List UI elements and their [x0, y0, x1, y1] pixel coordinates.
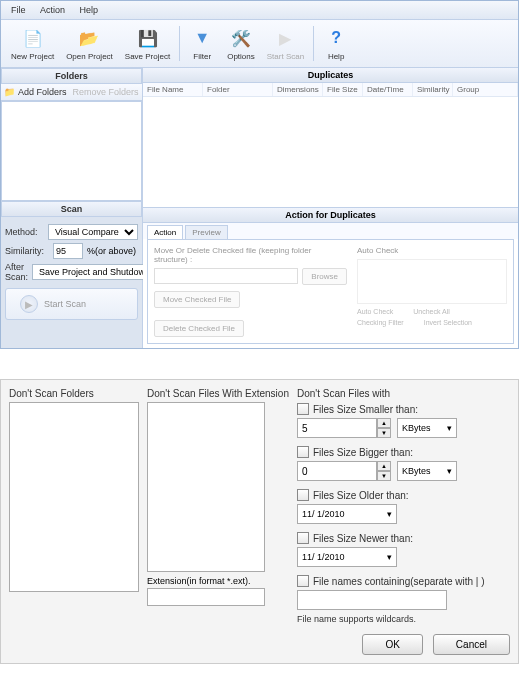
toolbar: 📄New Project 📂Open Project 💾Save Project… — [1, 20, 518, 68]
smaller-unit-select[interactable]: KBytes▾ — [397, 418, 457, 438]
folders-list[interactable] — [1, 101, 142, 201]
new-project-icon: 📄 — [21, 26, 45, 50]
dont-scan-folders-section: Don't Scan Folders — [9, 388, 139, 624]
dont-scan-ext-list[interactable] — [147, 402, 265, 572]
newer-label: Files Size Newer than: — [313, 533, 413, 544]
action-duplicates-title: Action for Duplicates — [143, 207, 518, 223]
separator — [179, 26, 180, 61]
similarity-input[interactable] — [53, 243, 83, 259]
ok-button[interactable]: OK — [362, 634, 422, 655]
containing-checkbox[interactable] — [297, 575, 309, 587]
action-right: Auto Check Auto Check Uncheck All Checki… — [357, 246, 507, 337]
filter-button[interactable]: ▼Filter — [183, 24, 221, 63]
newer-date-input[interactable]: 11/ 1/2010▾ — [297, 547, 397, 567]
duplicates-title: Duplicates — [143, 68, 518, 83]
bigger-spinner[interactable]: ▲▼ — [377, 461, 391, 481]
wildcards-hint: File name supports wildcards. — [297, 614, 510, 624]
open-project-icon: 📂 — [77, 26, 101, 50]
col-folder[interactable]: Folder — [203, 83, 273, 96]
folders-toolbar: 📁Add Folders Remove Folders — [1, 84, 142, 101]
dont-scan-folders-label: Don't Scan Folders — [9, 388, 139, 399]
cancel-button[interactable]: Cancel — [433, 634, 510, 655]
main-window: File Action Help 📄New Project 📂Open Proj… — [0, 0, 519, 349]
extension-format-label: Extension(in format *.ext). — [147, 576, 289, 586]
help-button[interactable]: ?Help — [317, 24, 355, 63]
save-project-button[interactable]: 💾Save Project — [119, 24, 176, 63]
col-group[interactable]: Group — [453, 83, 518, 96]
separator — [313, 26, 314, 61]
action-body: Move Or Delete Checked file (keeping fol… — [147, 239, 514, 344]
play-icon: ▶ — [20, 295, 38, 313]
autocheck-label: Auto Check — [357, 246, 507, 255]
newer-checkbox[interactable] — [297, 532, 309, 544]
autocheck-box — [357, 259, 507, 304]
new-project-button[interactable]: 📄New Project — [5, 24, 60, 63]
similarity-label: Similarity: — [5, 246, 49, 256]
containing-label: File names containing(separate with | ) — [313, 576, 485, 587]
save-project-icon: 💾 — [136, 26, 160, 50]
open-project-button[interactable]: 📂Open Project — [60, 24, 119, 63]
autocheck-link[interactable]: Auto Check — [357, 308, 393, 315]
left-panel: Folders 📁Add Folders Remove Folders Scan… — [1, 68, 143, 348]
help-icon: ? — [324, 26, 348, 50]
method-label: Method: — [5, 227, 44, 237]
main-content: Folders 📁Add Folders Remove Folders Scan… — [1, 68, 518, 348]
smaller-checkbox[interactable] — [297, 403, 309, 415]
smaller-spinner[interactable]: ▲▼ — [377, 418, 391, 438]
action-left: Move Or Delete Checked file (keeping fol… — [154, 246, 347, 337]
options-button[interactable]: 🛠️Options — [221, 24, 261, 63]
uncheckall-link[interactable]: Uncheck All — [413, 308, 450, 315]
tab-action[interactable]: Action — [147, 225, 183, 239]
dont-scan-files-section: Don't Scan Files with Files Size Smaller… — [297, 388, 510, 624]
duplicates-header: File Name Folder Dimensions File Size Da… — [143, 83, 518, 97]
move-checked-button[interactable]: Move Checked File — [154, 291, 240, 308]
col-filesize[interactable]: File Size — [323, 83, 363, 96]
col-filename[interactable]: File Name — [143, 83, 203, 96]
method-select[interactable]: Visual Compare — [48, 224, 138, 240]
older-checkbox[interactable] — [297, 489, 309, 501]
col-dimensions[interactable]: Dimensions — [273, 83, 323, 96]
smaller-label: Files Size Smaller than: — [313, 404, 418, 415]
browse-button[interactable]: Browse — [302, 268, 347, 285]
add-folder-icon: 📁 — [4, 87, 15, 97]
autocheck-links: Auto Check Uncheck All Checking Filter I… — [357, 308, 507, 326]
menu-bar: File Action Help — [1, 1, 518, 20]
folders-panel-title: Folders — [1, 68, 142, 84]
options-icon: 🛠️ — [229, 26, 253, 50]
afterscan-label: After Scan: — [5, 262, 28, 282]
dont-scan-ext-section: Don't Scan Files With Extension Extensio… — [147, 388, 289, 624]
dont-scan-ext-label: Don't Scan Files With Extension — [147, 388, 289, 399]
duplicates-list[interactable] — [143, 97, 518, 207]
extension-input[interactable] — [147, 588, 265, 606]
similarity-suffix: %(or above) — [87, 246, 136, 256]
delete-checked-button[interactable]: Delete Checked File — [154, 320, 244, 337]
bigger-input[interactable] — [297, 461, 377, 481]
filter-icon: ▼ — [190, 26, 214, 50]
filter-dialog: Don't Scan Folders Don't Scan Files With… — [0, 379, 519, 664]
start-scan-toolbar-button[interactable]: ▶Start Scan — [261, 24, 310, 63]
dialog-buttons: OK Cancel — [9, 634, 510, 655]
play-icon: ▶ — [273, 26, 297, 50]
containing-input[interactable] — [297, 590, 447, 610]
dont-scan-files-label: Don't Scan Files with — [297, 388, 510, 399]
menu-action[interactable]: Action — [34, 3, 71, 17]
scan-panel: Method:Visual Compare Similarity:%(or ab… — [1, 217, 142, 330]
checkingfilter-link[interactable]: Checking Filter — [357, 319, 404, 326]
add-folders-button[interactable]: 📁Add Folders — [4, 87, 67, 97]
smaller-input[interactable] — [297, 418, 377, 438]
bigger-checkbox[interactable] — [297, 446, 309, 458]
start-scan-button[interactable]: ▶Start Scan — [5, 288, 138, 320]
remove-folders-button: Remove Folders — [73, 87, 139, 97]
dont-scan-folders-list[interactable] — [9, 402, 139, 592]
col-datetime[interactable]: Date/Time — [363, 83, 413, 96]
bigger-unit-select[interactable]: KBytes▾ — [397, 461, 457, 481]
destination-input[interactable] — [154, 268, 298, 284]
move-delete-label: Move Or Delete Checked file (keeping fol… — [154, 246, 347, 264]
menu-help[interactable]: Help — [74, 3, 105, 17]
tab-preview[interactable]: Preview — [185, 225, 227, 239]
older-label: Files Size Older than: — [313, 490, 409, 501]
col-similarity[interactable]: Similarity — [413, 83, 453, 96]
menu-file[interactable]: File — [5, 3, 32, 17]
invertselection-link[interactable]: Invert Selection — [424, 319, 472, 326]
older-date-input[interactable]: 11/ 1/2010▾ — [297, 504, 397, 524]
